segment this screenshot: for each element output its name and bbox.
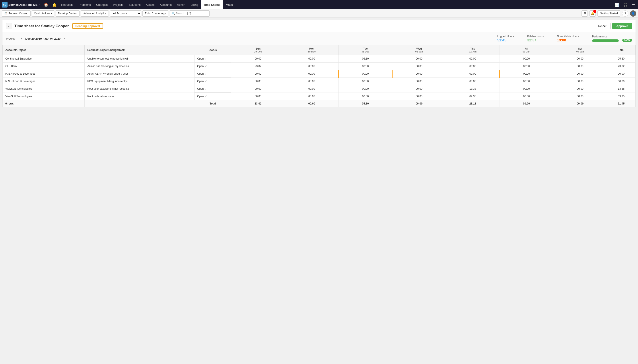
cell-thu[interactable]: 00:00 <box>446 55 499 63</box>
nav-problems[interactable]: Problems <box>77 0 93 9</box>
cell-task: Unable to connect to network in win <box>85 55 194 63</box>
cell-tue[interactable]: 00:00 <box>338 92 392 100</box>
cell-fri[interactable]: 00:00 <box>499 92 553 100</box>
alert-icon[interactable]: 🔔 <box>51 2 58 8</box>
total-wed: 00:00 <box>392 100 446 107</box>
total-total: 51:45 <box>607 100 635 107</box>
status-text: Open <box>197 95 204 98</box>
more-icon[interactable]: ••• <box>631 2 636 8</box>
cell-sun[interactable]: 00:00 <box>231 92 285 100</box>
cell-thu[interactable]: 09:35 <box>446 92 499 100</box>
cell-sat[interactable]: 00:00 <box>553 70 607 78</box>
cell-task: POS Equipment billing incorrectly - <box>85 78 194 85</box>
advanced-analytics-btn[interactable]: Advanced Analytics <box>81 10 109 16</box>
logged-value: 51:45 <box>497 38 514 42</box>
performance-fill <box>592 40 619 42</box>
cell-fri[interactable]: 00:00 <box>499 55 553 63</box>
cell-tue[interactable]: 00:00 <box>338 62 392 70</box>
status-text: Open <box>197 87 204 90</box>
total-status-cell: Total <box>194 100 231 107</box>
cell-tue[interactable]: 00:00 <box>338 78 392 85</box>
nav-timesheets[interactable]: Time Sheets <box>201 0 223 9</box>
cell-mon[interactable]: 00:00 <box>285 85 338 92</box>
col-header-wed: Wed 01 Jan <box>392 46 446 55</box>
performance-stat: Performance 100% <box>592 35 632 42</box>
nav-projects[interactable]: Projects <box>111 0 126 9</box>
zoho-creator-btn[interactable]: Zoho Creator App <box>143 10 168 16</box>
nonbillable-hours-stat: Non-billable Hours 19:08 <box>557 35 579 42</box>
cell-wed[interactable]: 00:00 <box>392 70 446 78</box>
desktop-central-btn[interactable]: Desktop Central <box>56 10 80 16</box>
cell-sun[interactable]: 00:00 <box>231 78 285 85</box>
cell-sun[interactable]: 00:00 <box>231 70 285 78</box>
cell-account: Continental Enterprise <box>3 55 85 63</box>
nav-assets[interactable]: Assets <box>144 0 157 9</box>
cell-wed[interactable]: 00:00 <box>392 78 446 85</box>
cell-sat[interactable]: 00:00 <box>553 85 607 92</box>
cell-account: ViewSoft Technologies <box>3 85 85 92</box>
cell-sun[interactable]: 00:00 <box>231 85 285 92</box>
next-week-button[interactable]: › <box>62 36 66 40</box>
cell-sat[interactable]: 00:00 <box>553 62 607 70</box>
nav-changes[interactable]: Changes <box>94 0 110 9</box>
search-icon: 🔍 <box>172 12 175 15</box>
prev-week-button[interactable]: ‹ <box>20 36 24 40</box>
cell-wed[interactable]: 00:00 <box>392 85 446 92</box>
cell-total: 05:30 <box>607 55 635 63</box>
cell-tue[interactable]: 05:30 <box>338 55 392 63</box>
cell-tue[interactable]: 00:00 <box>338 70 392 78</box>
reject-button[interactable]: Reject <box>594 23 610 29</box>
quick-actions-btn[interactable]: Quick Actions ▾ <box>32 10 54 16</box>
user-avatar[interactable]: 👤 <box>630 10 636 16</box>
approve-button[interactable]: Approve <box>612 23 632 29</box>
total-sat: 00:00 <box>553 100 607 107</box>
getting-started-btn[interactable]: Getting Started <box>597 10 620 16</box>
check-icon: ✓ <box>205 80 207 83</box>
cell-fri[interactable]: 00:00 <box>499 78 553 85</box>
status-badge: Pending Approval <box>72 23 103 29</box>
nav-accounts[interactable]: Accounts <box>158 0 174 9</box>
cell-sat[interactable]: 00:00 <box>553 92 607 100</box>
cell-wed[interactable]: 00:00 <box>392 92 446 100</box>
cell-wed[interactable]: 00:00 <box>392 55 446 63</box>
notification-btn[interactable]: 🔔 1 <box>589 10 596 16</box>
cell-sat[interactable]: 00:00 <box>553 78 607 85</box>
nav-requests[interactable]: Requests <box>59 0 76 9</box>
screen-icon[interactable]: 🖥 <box>581 10 588 16</box>
help-icon[interactable]: ? <box>622 10 628 16</box>
cell-sun[interactable]: 23:02 <box>231 62 285 70</box>
chart-icon[interactable]: 📊 <box>614 2 620 8</box>
cell-account: R.N.H Food & Beverages <box>3 70 85 78</box>
request-catalog-btn[interactable]: 📋 Request Catalog <box>2 10 31 16</box>
headset-icon[interactable]: 🎧 <box>622 2 628 8</box>
cell-fri[interactable]: 00:00 <box>499 70 553 78</box>
cell-fri[interactable]: 00:00 <box>499 62 553 70</box>
cell-mon[interactable]: 00:00 <box>285 55 338 63</box>
nav-admin[interactable]: Admin <box>175 0 187 9</box>
back-button[interactable]: ← <box>6 23 12 29</box>
cell-fri[interactable]: 00:00 <box>499 85 553 92</box>
search-box[interactable]: 🔍 <box>170 10 210 16</box>
cell-mon[interactable]: 00:00 <box>285 92 338 100</box>
cell-mon[interactable]: 00:00 <box>285 78 338 85</box>
cell-sat[interactable]: 00:00 <box>553 55 607 63</box>
home-icon[interactable]: 🏠 <box>42 2 50 8</box>
all-accounts-select[interactable]: All Accounts <box>110 10 141 16</box>
cell-wed[interactable]: 00:00 <box>392 62 446 70</box>
cell-mon[interactable]: 00:00 <box>285 62 338 70</box>
cell-mon[interactable]: 00:00 <box>285 70 338 78</box>
cell-thu[interactable]: 13:38 <box>446 85 499 92</box>
cell-tue[interactable]: 00:00 <box>338 85 392 92</box>
performance-bar <box>592 40 619 42</box>
cell-thu[interactable]: 00:00 <box>446 78 499 85</box>
timesheet-title: Time sheet for Stanley Cooper <box>15 24 69 28</box>
cell-thu[interactable]: 00:00 <box>446 62 499 70</box>
status-text: Open <box>197 65 204 68</box>
nav-solutions[interactable]: Solutions <box>127 0 143 9</box>
cell-total: 09:35 <box>607 92 635 100</box>
nav-maps[interactable]: Maps <box>224 0 235 9</box>
cell-thu[interactable]: 00:00 <box>446 70 499 78</box>
search-input[interactable] <box>176 12 208 15</box>
cell-sun[interactable]: 00:00 <box>231 55 285 63</box>
nav-billing[interactable]: Billing <box>188 0 201 9</box>
